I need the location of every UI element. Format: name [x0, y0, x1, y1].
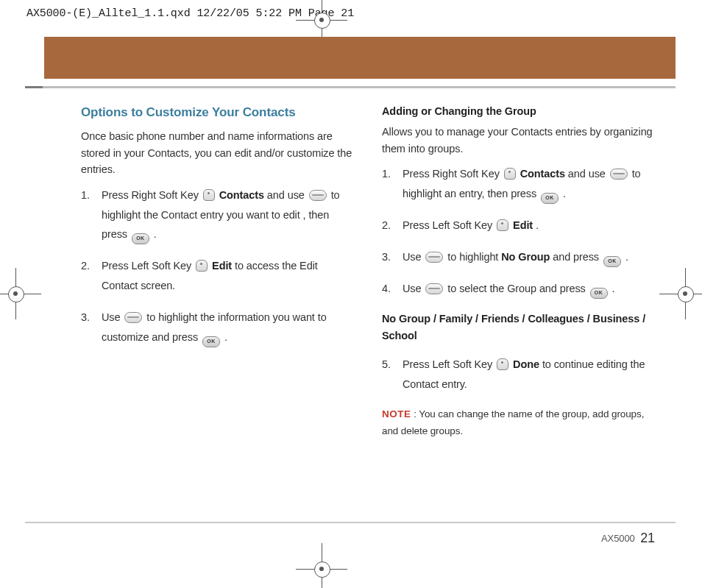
step-text: to highlight [447, 251, 501, 263]
softkey-icon [497, 358, 508, 370]
step-text: . [224, 331, 227, 343]
ok-key-icon: OK [541, 193, 559, 204]
note: NOTE : You can change the name of the gr… [382, 406, 655, 440]
column-left: Options to Customize Your Contacts Once … [81, 103, 354, 447]
registration-mark-right [676, 284, 695, 303]
nav-key-icon [425, 252, 443, 263]
steps-list-cont: Press Left Soft Key Done to continue edi… [382, 355, 655, 394]
nav-key-icon [425, 283, 443, 294]
step-text: Press Left Soft Key [102, 260, 194, 272]
step-text: . [612, 283, 615, 294]
ok-key-icon: OK [603, 256, 621, 267]
softkey-label: Contacts [520, 168, 565, 180]
note-text: : You can change the name of the group, … [382, 408, 644, 436]
registration-mark-bottom [312, 559, 331, 578]
step-item: Press Right Soft Key Contacts and use to… [81, 185, 354, 245]
column-right: Adding or Changing the Group Allows you … [382, 103, 655, 447]
step-item: Use to highlight the information you wan… [81, 308, 354, 347]
step-text: and press [553, 251, 602, 263]
header-bar [44, 37, 676, 79]
step-text: Press Right Soft Key [102, 189, 202, 201]
registration-mark-left [6, 284, 25, 303]
softkey-label: Contacts [219, 189, 264, 201]
softkey-icon [203, 189, 215, 201]
nav-key-icon [309, 190, 327, 201]
ok-key-icon: OK [202, 336, 220, 347]
page-footer: AX5000 21 [601, 531, 655, 546]
header-rule [25, 86, 676, 88]
bold-term: No Group [501, 251, 550, 263]
softkey-label: Done [513, 358, 539, 370]
print-slug: AX5000-(E)_Alltel_1.1.qxd 12/22/05 5:22 … [26, 7, 354, 20]
steps-list: Press Right Soft Key Contacts and use to… [382, 164, 655, 299]
softkey-label: Edit [212, 260, 232, 272]
footer-model: AX5000 [601, 533, 635, 544]
step-item: Press Left Soft Key Edit . [382, 216, 655, 235]
step-item: Press Left Soft Key Done to continue edi… [382, 355, 655, 394]
group-options: No Group / Family / Friends / Colleagues… [382, 311, 655, 344]
step-text: and use [568, 168, 609, 180]
step-text: . [154, 228, 157, 240]
page-content: Options to Customize Your Contacts Once … [81, 103, 655, 447]
footer-rule [25, 522, 676, 523]
intro-text: Allows you to manage your Contacts entri… [382, 124, 655, 157]
note-label: NOTE [382, 408, 411, 419]
ok-key-icon: OK [590, 288, 608, 299]
step-text: . [536, 219, 539, 231]
step-item: Use to select the Group and press OK . [382, 279, 655, 299]
step-text: Press Right Soft Key [403, 168, 503, 180]
step-text: . [563, 188, 566, 199]
step-text: . [625, 251, 628, 263]
nav-key-icon [610, 169, 628, 180]
footer-page-number: 21 [640, 531, 655, 545]
registration-mark-top [312, 10, 331, 29]
step-item: Press Right Soft Key Contacts and use to… [382, 164, 655, 204]
intro-text: Once basic phone number and name informa… [81, 128, 354, 177]
step-text: Use [403, 283, 424, 294]
step-text: Press Left Soft Key [403, 219, 495, 231]
step-item: Press Left Soft Key Edit to access the E… [81, 256, 354, 296]
step-text: Press Left Soft Key [403, 358, 495, 370]
step-text: Use [102, 311, 123, 323]
softkey-label: Edit [513, 219, 533, 231]
section-heading: Options to Customize Your Contacts [81, 103, 354, 122]
steps-list: Press Right Soft Key Contacts and use to… [81, 185, 354, 347]
step-text: to select the Group and press [447, 283, 588, 294]
step-item: Use to highlight No Group and press OK . [382, 247, 655, 267]
softkey-icon [497, 219, 508, 231]
nav-key-icon [124, 312, 142, 323]
step-text: and use [267, 189, 308, 201]
step-text: Use [403, 251, 424, 263]
subsection-heading: Adding or Changing the Group [382, 103, 655, 119]
softkey-icon [504, 168, 516, 180]
softkey-icon [196, 260, 208, 272]
ok-key-icon: OK [132, 233, 149, 244]
